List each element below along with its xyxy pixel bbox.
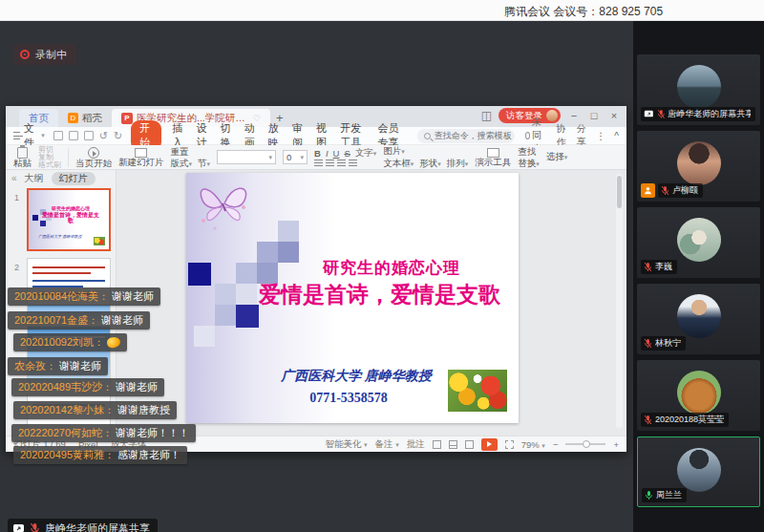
redo-icon[interactable]: ↻	[114, 130, 122, 142]
chat-message: 202020142黎小妹：谢谢唐教授	[13, 401, 177, 419]
sorter-view-icon[interactable]	[449, 440, 457, 449]
meeting-id-text: 腾讯会议 会议号：828 925 705	[504, 4, 663, 20]
shape-button[interactable]: 形状▾	[419, 158, 441, 169]
find-button[interactable]: 查找	[518, 146, 540, 157]
more-icon[interactable]: ⋮	[596, 131, 605, 141]
muted-mic-icon	[30, 522, 40, 532]
print-icon[interactable]	[69, 131, 78, 140]
reset-button[interactable]: 重置	[171, 146, 189, 157]
avatar	[677, 371, 721, 415]
wps-menu-bar: 文件 ▾ ↺ ↻ 开始 插入 设计 切换 动画 放映 审阅	[6, 127, 626, 145]
collapse-panel-icon[interactable]: «	[11, 173, 17, 183]
strike-button[interactable]: S	[344, 148, 350, 159]
save-icon[interactable]	[53, 131, 63, 140]
zoom-out-icon[interactable]: −	[553, 439, 559, 450]
muted-mic-icon	[644, 262, 652, 272]
screen-share-icon	[644, 110, 654, 118]
command-search-box[interactable]	[417, 129, 515, 143]
play-circle-icon	[88, 147, 99, 159]
participant-tile[interactable]: 李巍	[637, 207, 760, 278]
monitor-icon	[487, 148, 499, 158]
meeting-title-bar: 腾讯会议 会议号：828 925 705	[0, 0, 764, 21]
current-slide[interactable]: 研究生的婚恋心理 爱情是首诗，爱情是支歌 广西医科大学 唐峥华教授 0771-5…	[186, 173, 519, 423]
slide-canvas: 研究生的婚恋心理 爱情是首诗，爱情是支歌 广西医科大学 唐峥华教授 0771-5…	[117, 170, 626, 436]
hamburger-icon	[13, 132, 20, 139]
thumb-number: 2	[14, 263, 19, 272]
new-slide-icon	[135, 148, 147, 158]
italic-button[interactable]: I	[326, 148, 329, 159]
participant-name: 唐峥华老师的屏幕共享	[668, 108, 751, 120]
wps-ribbon: 粘贴 剪切 复制 格式刷 当页开始 新建幻灯片 重置	[6, 145, 626, 170]
participant-tile[interactable]: 202020188莫莹莹	[637, 360, 760, 431]
format-painter-button[interactable]: 格式刷	[38, 161, 61, 169]
font-size-combobox[interactable]: 0▾	[283, 150, 308, 164]
participant-name: 202020188莫莹莹	[655, 414, 724, 426]
layout-button[interactable]: 版式▾	[171, 158, 193, 169]
preview-icon[interactable]	[84, 131, 94, 140]
screen-share-icon	[12, 523, 25, 532]
clipboard-group: 剪切 复制 格式刷	[38, 146, 61, 169]
collapse-ribbon-icon[interactable]: ^	[614, 131, 619, 141]
replace-button[interactable]: 替换▾	[518, 158, 540, 169]
select-button[interactable]: 选择▾	[546, 151, 568, 163]
participant-name: 周兰兰	[656, 489, 682, 501]
slide-thumbnail-1[interactable]: 研究生的婚恋心理爱情是首诗，爱情是支歌 广西医科大学 唐峥华教授	[27, 188, 111, 251]
align-right-icon[interactable]	[337, 160, 346, 167]
main-view-speaker-label: 唐峥华老师的屏幕共享	[8, 519, 158, 532]
slideshow-play-button[interactable]	[481, 438, 498, 451]
normal-view-icon[interactable]	[433, 440, 441, 449]
thumb-flower-image	[94, 237, 105, 245]
font-name-combobox[interactable]: ▾	[217, 150, 276, 164]
zoom-in-icon[interactable]: +	[613, 439, 619, 450]
fit-screen-icon[interactable]	[505, 440, 514, 449]
new-slide-button[interactable]: 新建幻灯片	[118, 148, 164, 167]
arrange-button[interactable]: 排列▾	[447, 158, 469, 169]
textbox-button[interactable]: 文本框▾	[383, 158, 414, 169]
mango-emoji	[106, 336, 121, 350]
outline-tab[interactable]: 大纲	[25, 172, 44, 185]
find-group: 查找 替换▾	[518, 146, 540, 169]
text-tool-button[interactable]: 文字▾	[355, 147, 377, 159]
participant-tile-active-speaker[interactable]: 周兰兰	[637, 436, 760, 507]
slides-tab[interactable]: 幻灯片	[52, 172, 96, 185]
notes-button[interactable]: 备注 ▾	[375, 438, 399, 451]
sync-icon	[525, 132, 530, 139]
slide-subtitle: 爱情是首诗，爱情是支歌	[244, 280, 516, 309]
comment-button[interactable]: 批注	[407, 438, 425, 451]
butterfly-graphic	[194, 179, 253, 232]
slide-phone: 0771-5358578	[282, 391, 415, 406]
canvas-scrollbar[interactable]	[616, 174, 623, 428]
search-icon	[424, 133, 431, 139]
tab-docer[interactable]: D 稻壳	[58, 109, 112, 127]
slide-title: 研究生的婚恋心理	[277, 257, 506, 279]
zoom-slider[interactable]	[565, 443, 605, 445]
participant-tile[interactable]: 唐峥华老师的屏幕共享	[637, 54, 760, 125]
avatar	[677, 141, 721, 185]
record-dot-icon	[20, 50, 30, 59]
underline-button[interactable]: U	[333, 148, 340, 159]
picture-button[interactable]: 图片▾	[383, 145, 405, 157]
list-icon[interactable]	[349, 160, 357, 167]
bold-button[interactable]: B	[314, 148, 321, 159]
reading-layout-icon[interactable]: ◫	[481, 109, 492, 122]
search-input[interactable]	[435, 131, 516, 140]
reading-view-icon[interactable]	[465, 440, 474, 449]
thumb-number: 1	[14, 193, 19, 202]
play-from-current-button[interactable]: 当页开始	[75, 147, 112, 168]
align-center-icon[interactable]	[326, 160, 334, 167]
undo-icon[interactable]: ↺	[99, 130, 108, 142]
beautify-button[interactable]: 智能美化 ▾	[325, 438, 367, 451]
participant-tile[interactable]: 林秋宁	[637, 284, 760, 354]
clipboard-icon	[17, 147, 28, 159]
zoom-level[interactable]: 79% ▾	[521, 439, 545, 450]
chat-message: 202020495黄莉雅：感谢唐老师！	[13, 446, 187, 464]
font-format-group: B I U S 文字▾	[314, 147, 376, 167]
demo-tools-button[interactable]: 演示工具	[475, 148, 511, 167]
paste-button[interactable]: 粘贴	[13, 147, 32, 168]
paragraph-group	[314, 160, 376, 167]
muted-mic-icon	[644, 415, 652, 425]
align-left-icon[interactable]	[314, 160, 323, 167]
avatar	[677, 294, 721, 338]
participant-tile[interactable]: 卢柳颐	[637, 131, 760, 202]
section-button[interactable]: 节▾	[198, 158, 210, 169]
